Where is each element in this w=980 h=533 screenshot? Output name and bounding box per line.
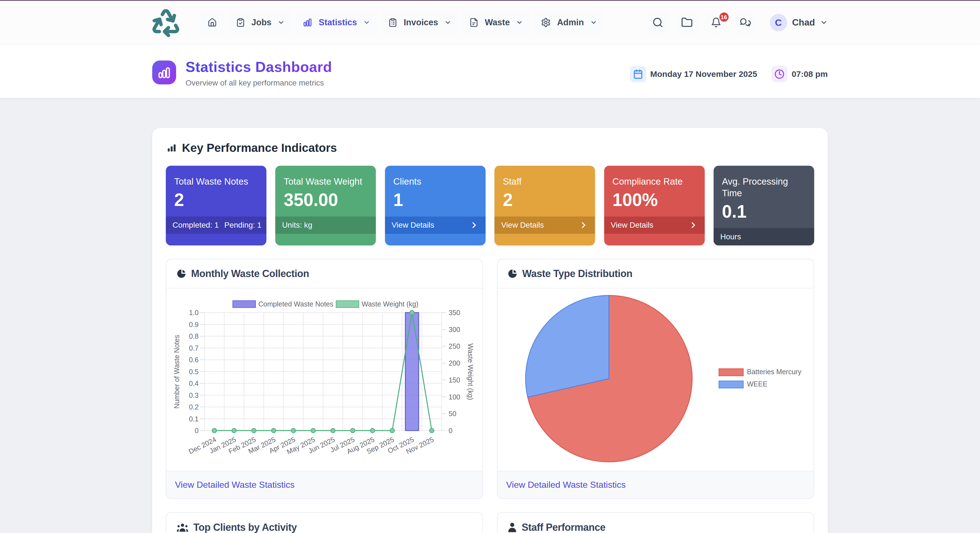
svg-text:100: 100 [449, 393, 460, 401]
svg-text:0.9: 0.9 [189, 320, 199, 328]
svg-text:Number of Waste Notes: Number of Waste Notes [173, 335, 181, 409]
svg-text:Batteries Mercury: Batteries Mercury [747, 368, 802, 376]
svg-text:0: 0 [449, 427, 452, 435]
svg-text:0.2: 0.2 [189, 403, 199, 411]
svg-text:0.4: 0.4 [189, 379, 199, 387]
svg-text:0: 0 [195, 427, 199, 435]
svg-text:Completed Waste Notes: Completed Waste Notes [258, 300, 333, 308]
svg-text:0.3: 0.3 [189, 392, 199, 399]
svg-text:0.6: 0.6 [189, 356, 199, 364]
svg-text:150: 150 [449, 376, 460, 384]
svg-text:250: 250 [449, 342, 460, 350]
svg-text:300: 300 [449, 326, 460, 333]
svg-text:Waste Weight (kg): Waste Weight (kg) [362, 300, 418, 308]
svg-text:0.7: 0.7 [189, 344, 199, 352]
svg-text:Waste Weight (kg): Waste Weight (kg) [467, 343, 474, 400]
svg-text:0.1: 0.1 [189, 415, 199, 423]
svg-text:50: 50 [449, 410, 457, 417]
svg-text:WEEE: WEEE [747, 380, 767, 388]
svg-text:0.5: 0.5 [189, 368, 199, 376]
svg-text:0.8: 0.8 [189, 332, 199, 340]
svg-text:350: 350 [449, 309, 460, 316]
svg-text:200: 200 [449, 359, 460, 367]
svg-text:1.0: 1.0 [189, 309, 199, 316]
